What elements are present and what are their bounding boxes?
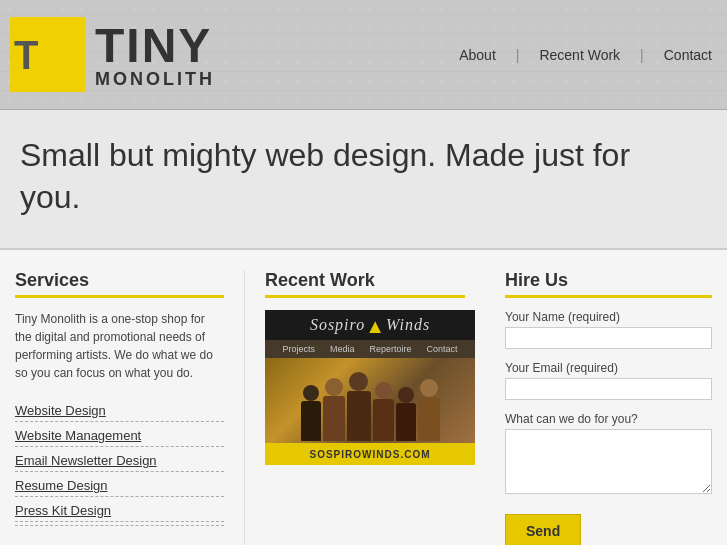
nav-about[interactable]: About: [459, 47, 496, 63]
main-nav: About | Recent Work | Contact: [459, 47, 727, 63]
recent-work-column: Recent Work Sospiro▲Winds Projects Media…: [245, 270, 485, 545]
email-field: Your Email (required): [505, 361, 712, 400]
portfolio-nav-media: Media: [330, 344, 355, 354]
message-textarea[interactable]: [505, 429, 712, 494]
hire-us-heading: Hire Us: [505, 270, 712, 298]
hire-us-column: Hire Us Your Name (required) Your Email …: [485, 270, 712, 545]
logo-tiny-text: TINY: [95, 22, 215, 70]
person-5: [396, 387, 416, 441]
logo-box: [10, 17, 85, 92]
nav-sep-2: |: [640, 47, 644, 63]
nav-sep-1: |: [516, 47, 520, 63]
service-email-newsletter[interactable]: Email Newsletter Design: [15, 447, 224, 472]
service-website-design[interactable]: Website Design: [15, 397, 224, 422]
name-label: Your Name (required): [505, 310, 712, 324]
person-1: [301, 385, 321, 441]
services-description: Tiny Monolith is a one-stop shop for the…: [15, 310, 224, 382]
name-input[interactable]: [505, 327, 712, 349]
service-press-kit[interactable]: Press Kit Design: [15, 497, 224, 522]
portfolio-footer: SOSPIROWINDS.COM: [265, 443, 475, 465]
email-label: Your Email (required): [505, 361, 712, 375]
people-group: [301, 372, 440, 443]
person-3: [347, 372, 371, 441]
person-4: [373, 382, 394, 441]
services-heading: Services: [15, 270, 224, 298]
service-resume-design[interactable]: Resume Design: [15, 472, 224, 497]
portfolio-nav-bar: Projects Media Repertoire Contact: [265, 340, 475, 358]
message-field: What can we do for you?: [505, 412, 712, 497]
nav-recent-work[interactable]: Recent Work: [539, 47, 620, 63]
portfolio-nav-contact: Contact: [427, 344, 458, 354]
recent-work-heading: Recent Work: [265, 270, 465, 298]
logo-area: TINY MONOLITH: [0, 17, 215, 92]
logo-text: TINY MONOLITH: [95, 22, 215, 88]
service-website-management[interactable]: Website Management: [15, 422, 224, 447]
message-label: What can we do for you?: [505, 412, 712, 426]
hero-section: Small but mighty web design. Made just f…: [0, 110, 727, 250]
nav-contact[interactable]: Contact: [664, 47, 712, 63]
portfolio-image[interactable]: Sospiro▲Winds Projects Media Repertoire …: [265, 310, 475, 465]
portfolio-nav-repertoire: Repertoire: [369, 344, 411, 354]
services-column: Services Tiny Monolith is a one-stop sho…: [15, 270, 245, 545]
portfolio-top-bar: Sospiro▲Winds: [265, 310, 475, 340]
portfolio-site-name: Sospiro▲Winds: [310, 316, 430, 334]
header: TINY MONOLITH About | Recent Work | Cont…: [0, 0, 727, 110]
portfolio-url: SOSPIROWINDS.COM: [309, 449, 430, 460]
send-button[interactable]: Send: [505, 514, 581, 545]
hero-tagline: Small but mighty web design. Made just f…: [20, 135, 670, 218]
person-6: [418, 379, 440, 441]
portfolio-nav-projects: Projects: [282, 344, 315, 354]
logo-monolith-text: MONOLITH: [95, 70, 215, 88]
portfolio-photo: [265, 358, 475, 443]
email-input[interactable]: [505, 378, 712, 400]
name-field: Your Name (required): [505, 310, 712, 349]
main-content: Services Tiny Monolith is a one-stop sho…: [0, 250, 727, 545]
person-2: [323, 378, 345, 441]
